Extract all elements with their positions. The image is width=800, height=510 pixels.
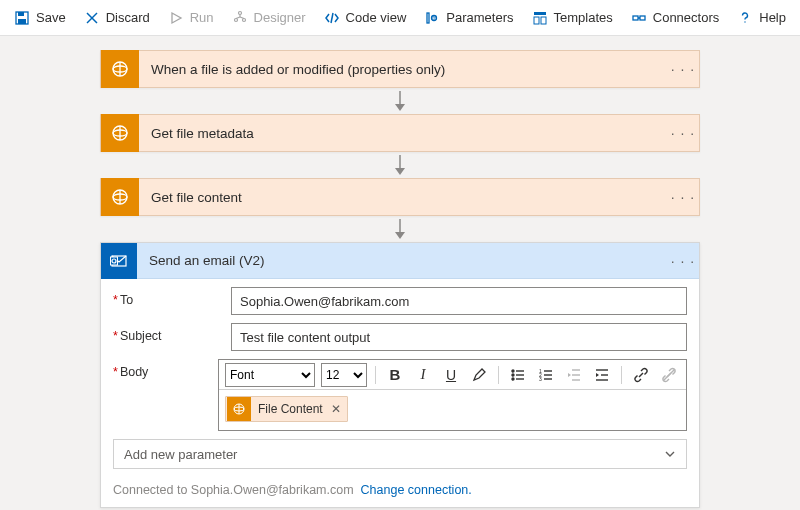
flow-arrow <box>100 88 700 114</box>
svg-point-22 <box>745 21 746 22</box>
svg-point-8 <box>242 18 245 21</box>
svg-marker-27 <box>395 104 405 111</box>
action-step[interactable]: Get file metadata · · · <box>100 114 700 152</box>
subject-input[interactable] <box>231 323 687 351</box>
add-parameter-label: Add new parameter <box>124 447 237 462</box>
body-content-area[interactable]: File Content ✕ <box>219 390 686 430</box>
connected-account: Sophia.Owen@fabrikam.com <box>191 483 354 497</box>
outlook-icon <box>101 243 137 279</box>
save-button[interactable]: Save <box>6 2 74 34</box>
to-label: *To <box>113 287 231 307</box>
designer-icon <box>232 10 248 26</box>
svg-point-43 <box>512 374 514 376</box>
run-button[interactable]: Run <box>160 2 222 34</box>
svg-text:3: 3 <box>539 376 542 382</box>
parameters-label: Parameters <box>446 10 513 25</box>
svg-rect-20 <box>640 16 645 20</box>
designer-button[interactable]: Designer <box>224 2 314 34</box>
number-list-button[interactable]: 123 <box>535 364 557 386</box>
code-view-label: Code view <box>346 10 407 25</box>
subject-label: *Subject <box>113 323 231 343</box>
svg-point-41 <box>512 370 514 372</box>
svg-line-12 <box>331 13 333 23</box>
svg-rect-1 <box>18 12 24 16</box>
discard-label: Discard <box>106 10 150 25</box>
connection-info: Connected to Sophia.Owen@fabrikam.com Ch… <box>101 475 699 507</box>
trigger-step[interactable]: When a file is added or modified (proper… <box>100 50 700 88</box>
outdent-button[interactable] <box>563 364 585 386</box>
step-menu-button[interactable]: · · · <box>667 61 699 77</box>
parameters-button[interactable]: @ Parameters <box>416 2 521 34</box>
step-label: When a file is added or modified (proper… <box>139 62 667 77</box>
designer-label: Designer <box>254 10 306 25</box>
svg-rect-17 <box>534 17 539 24</box>
save-label: Save <box>36 10 66 25</box>
svg-rect-2 <box>18 19 26 24</box>
add-parameter-dropdown[interactable]: Add new parameter <box>113 439 687 469</box>
step-label: Send an email (V2) <box>137 253 667 268</box>
templates-label: Templates <box>554 10 613 25</box>
body-editor: Font 12 B I U 123 <box>218 359 687 431</box>
to-input[interactable] <box>231 287 687 315</box>
help-label: Help <box>759 10 786 25</box>
svg-line-11 <box>240 17 244 19</box>
step-label: Get file content <box>139 190 667 205</box>
step-menu-button[interactable]: · · · <box>667 189 699 205</box>
send-email-step: Send an email (V2) · · · *To *Subject *B… <box>100 242 700 508</box>
file-content-token[interactable]: File Content ✕ <box>225 396 348 422</box>
discard-icon <box>84 10 100 26</box>
help-button[interactable]: Help <box>729 2 794 34</box>
sharepoint-icon <box>101 50 139 88</box>
indent-button[interactable] <box>591 364 613 386</box>
svg-rect-19 <box>633 16 638 20</box>
send-email-body: *To *Subject *Body Font 12 B <box>101 279 699 475</box>
flow-arrow <box>100 152 700 178</box>
unlink-button[interactable] <box>658 364 680 386</box>
connectors-icon <box>631 10 647 26</box>
flow-arrow <box>100 216 700 242</box>
step-label: Get file metadata <box>139 126 667 141</box>
rte-toolbar: Font 12 B I U 123 <box>219 360 686 390</box>
underline-button[interactable]: U <box>440 364 462 386</box>
svg-marker-5 <box>172 13 181 23</box>
svg-marker-37 <box>395 232 405 239</box>
templates-button[interactable]: Templates <box>524 2 621 34</box>
svg-rect-18 <box>541 17 546 24</box>
chevron-down-icon <box>664 448 676 460</box>
sharepoint-icon <box>101 178 139 216</box>
designer-canvas: When a file is added or modified (proper… <box>0 36 800 510</box>
run-icon <box>168 10 184 26</box>
run-label: Run <box>190 10 214 25</box>
change-connection-link[interactable]: Change connection. <box>361 483 472 497</box>
connectors-button[interactable]: Connectors <box>623 2 727 34</box>
font-select[interactable]: Font <box>225 363 315 387</box>
svg-marker-60 <box>596 373 599 377</box>
connectors-label: Connectors <box>653 10 719 25</box>
link-button[interactable] <box>630 364 652 386</box>
svg-marker-56 <box>568 373 571 377</box>
italic-button[interactable]: I <box>412 364 434 386</box>
svg-rect-13 <box>427 13 429 23</box>
action-step[interactable]: Get file content · · · <box>100 178 700 216</box>
save-icon <box>14 10 30 26</box>
svg-marker-32 <box>395 168 405 175</box>
font-size-select[interactable]: 12 <box>321 363 367 387</box>
svg-rect-16 <box>534 12 546 15</box>
flow-column: When a file is added or modified (proper… <box>100 50 700 508</box>
send-email-header[interactable]: Send an email (V2) · · · <box>101 243 699 279</box>
svg-line-10 <box>236 17 240 19</box>
highlight-button[interactable] <box>468 364 490 386</box>
bullet-list-button[interactable] <box>507 364 529 386</box>
code-view-icon <box>324 10 340 26</box>
discard-button[interactable]: Discard <box>76 2 158 34</box>
parameters-icon: @ <box>424 10 440 26</box>
step-menu-button[interactable]: · · · <box>667 125 699 141</box>
bold-button[interactable]: B <box>384 364 406 386</box>
token-remove-button[interactable]: ✕ <box>329 402 347 416</box>
code-view-button[interactable]: Code view <box>316 2 415 34</box>
body-label: *Body <box>113 359 218 379</box>
sharepoint-icon <box>101 114 139 152</box>
svg-point-7 <box>234 18 237 21</box>
step-menu-button[interactable]: · · · <box>667 253 699 269</box>
svg-point-45 <box>512 378 514 380</box>
